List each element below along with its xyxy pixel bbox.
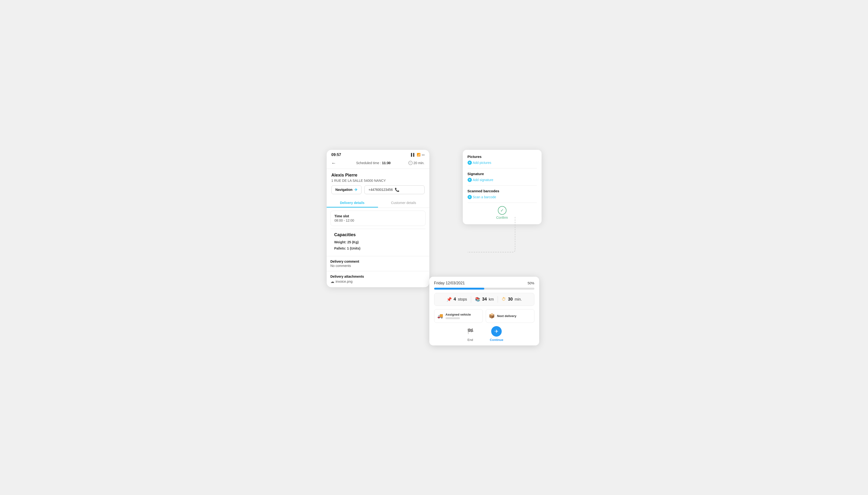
plus-icon: + xyxy=(468,160,472,165)
capacities-title: Capacities xyxy=(334,232,422,237)
action-row: Navigation ✈ +447600123456 📞 xyxy=(327,185,429,198)
route-header: Friday 12/03/2021 50% xyxy=(434,281,535,285)
progress-bar xyxy=(434,288,535,290)
time-stat: ⏱ 30 min. xyxy=(502,297,522,302)
status-bar: 09:57 ▌▌ 📶 ▭ xyxy=(327,150,429,159)
pallets-label: Pallets: xyxy=(334,246,346,250)
navigation-label: Navigation xyxy=(335,188,353,191)
end-label: End xyxy=(468,338,473,342)
action-card: Pictures + Add pictures Signature + Add … xyxy=(463,150,542,224)
signature-title: Signature xyxy=(468,172,537,176)
time-icon: ⏱ xyxy=(502,297,506,302)
customer-info: Alexis Pierre 1 RUE DE LA SALLE 54000 NA… xyxy=(327,169,429,185)
vehicle-icon: 🚚 xyxy=(437,313,443,319)
scheduled-time: 11:30 xyxy=(382,161,391,165)
timer-badge: ⏱ 20 min. xyxy=(408,161,425,165)
progress-bar-fill xyxy=(434,288,484,290)
phone-number: +447600123456 xyxy=(369,188,393,191)
add-signature-button[interactable]: + Add signature xyxy=(468,178,537,182)
status-icons: ▌▌ 📶 ▭ xyxy=(411,153,424,156)
time-value: 30 xyxy=(508,297,513,302)
assigned-vehicle-button[interactable]: 🚚 Assigned vehicle xyxy=(434,309,483,323)
vehicle-info: Assigned vehicle xyxy=(446,313,471,319)
scan-barcode-label: Scan a barcode xyxy=(473,195,496,199)
stops-label: stops xyxy=(458,297,467,302)
plus-icon-barcode: + xyxy=(468,195,472,199)
pallets-value: 1 (Units) xyxy=(347,246,360,250)
signal-icon: ▌▌ xyxy=(411,153,415,156)
weight-label: Weight: xyxy=(334,240,346,244)
capacities-section: Capacities Weight: 25 (Kg) Pallets: 1 (U… xyxy=(330,229,426,256)
pallets-row: Pallets: 1 (Units) xyxy=(334,246,422,250)
attachment-icon: ☁ xyxy=(330,279,334,284)
customer-name: Alexis Pierre xyxy=(331,173,425,178)
tab-delivery-details[interactable]: Delivery details xyxy=(327,198,378,207)
time-slot-value: 08:00 - 12:00 xyxy=(334,219,422,222)
stops-value: 4 xyxy=(454,297,456,302)
pictures-title: Pictures xyxy=(468,155,537,159)
next-delivery-label: Next delivery xyxy=(497,314,517,318)
divider-2 xyxy=(468,185,537,186)
continue-icon: ✈ xyxy=(491,326,502,337)
route-date: Friday 12/03/2021 xyxy=(434,281,465,285)
barcodes-title: Scanned barcodes xyxy=(468,189,537,193)
customer-address: 1 RUE DE LA SALLE 54000 NANCY xyxy=(331,179,425,183)
end-button[interactable]: 🏁 End xyxy=(465,326,475,342)
next-delivery-button[interactable]: 📦 Next delivery xyxy=(486,309,535,323)
add-pictures-button[interactable]: + Add pictures xyxy=(468,160,537,165)
next-delivery-info: Next delivery xyxy=(497,314,517,318)
phone-card: 09:57 ▌▌ 📶 ▭ ← Scheduled time : 11:30 ⏱ … xyxy=(327,150,429,287)
navigation-button[interactable]: Navigation ✈ xyxy=(331,185,362,194)
tab-customer-details[interactable]: Customer details xyxy=(378,198,429,207)
continue-button[interactable]: ✈ Continue xyxy=(490,326,503,342)
continue-label: Continue xyxy=(490,338,503,342)
delivery-icon: 📦 xyxy=(489,313,495,319)
route-summary-card: Friday 12/03/2021 50% 📌 4 stops 📚 34 km … xyxy=(429,277,539,345)
add-pictures-label: Add pictures xyxy=(473,161,491,165)
bottom-buttons-row: 🏁 End ✈ Continue xyxy=(434,326,535,342)
tabs-row: Delivery details Customer details xyxy=(327,198,429,208)
time-label: min. xyxy=(514,297,522,302)
delivery-comment-section: Delivery comment No comments xyxy=(327,256,429,271)
add-signature-label: Add signature xyxy=(473,178,493,182)
vehicle-placeholder xyxy=(446,317,460,319)
battery-icon: ▭ xyxy=(422,153,425,156)
stat-sep-1 xyxy=(471,296,471,303)
distance-value: 34 xyxy=(482,297,487,302)
delivery-comment-label: Delivery comment xyxy=(330,259,426,263)
stats-row: 📌 4 stops 📚 34 km ⏱ 30 min. xyxy=(434,293,535,306)
weight-value: 25 (Kg) xyxy=(347,240,358,244)
header-row: ← Scheduled time : 11:30 ⏱ 20 min. xyxy=(327,159,429,169)
distance-label: km xyxy=(489,297,494,302)
time-slot-label: Time slot xyxy=(334,214,422,218)
plus-icon-sig: + xyxy=(468,178,472,182)
stops-stat: 📌 4 stops xyxy=(446,297,467,302)
distance-icon: 📚 xyxy=(475,297,480,302)
wifi-icon: 📶 xyxy=(417,153,421,156)
timer-value: 20 min. xyxy=(413,161,425,165)
distance-stat: 📚 34 km xyxy=(475,297,494,302)
scheduled-info: Scheduled time : 11:30 xyxy=(339,161,408,165)
confirm-check-icon: ✓ xyxy=(498,206,506,215)
phone-button[interactable]: +447600123456 📞 xyxy=(364,185,424,194)
scan-barcode-button[interactable]: + Scan a barcode xyxy=(468,195,537,199)
status-time: 09:57 xyxy=(331,153,341,157)
timer-circle-icon: ⏱ xyxy=(408,161,413,165)
bottom-actions: 🚚 Assigned vehicle 📦 Next delivery xyxy=(434,309,535,323)
delivery-comment-value: No comments xyxy=(330,264,426,268)
navigation-icon: ✈ xyxy=(354,188,358,192)
route-percent: 50% xyxy=(527,281,534,285)
attachment-filename: invoice.png xyxy=(336,279,353,284)
delivery-attachments-label: Delivery attachments xyxy=(330,275,426,278)
delivery-attachment-section: Delivery attachments ☁ invoice.png xyxy=(327,271,429,287)
vehicle-label: Assigned vehicle xyxy=(446,313,471,316)
time-slot-section: Time slot 08:00 - 12:00 xyxy=(330,211,426,226)
stops-icon: 📌 xyxy=(446,297,452,302)
connector-line xyxy=(468,217,515,252)
weight-row: Weight: 25 (Kg) xyxy=(334,240,422,244)
scheduled-label: Scheduled time : xyxy=(356,161,381,165)
phone-icon: 📞 xyxy=(395,188,399,192)
back-button[interactable]: ← xyxy=(331,160,336,166)
end-icon: 🏁 xyxy=(465,326,475,337)
